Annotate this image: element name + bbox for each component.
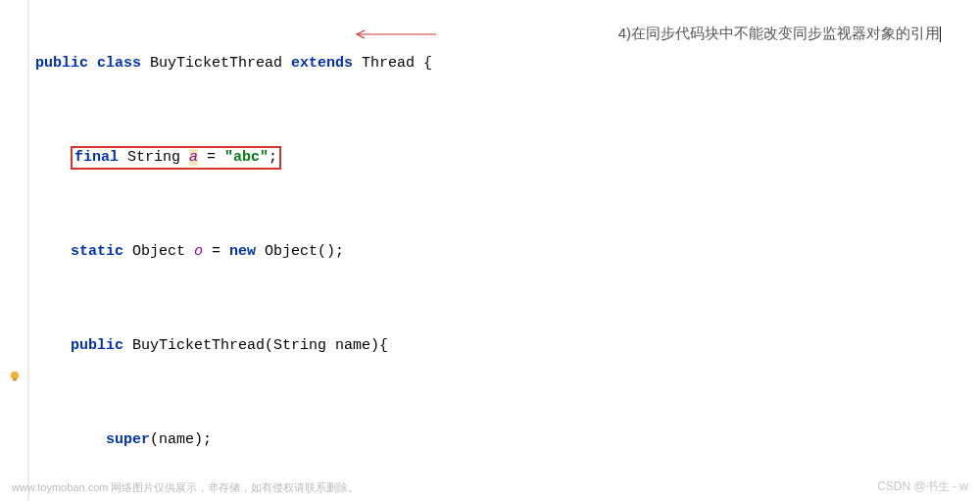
caret — [940, 26, 941, 42]
keyword: extends — [291, 55, 353, 72]
class-name: BuyTicketThread — [141, 55, 291, 72]
text: ; — [269, 149, 277, 166]
keyword: final — [74, 149, 119, 166]
watermark-source: www.toymoban.com 网络图片仅供展示，非存储，如有侵权请联系删除。 — [12, 480, 359, 495]
text: Thread { — [353, 55, 432, 72]
svg-rect-1 — [13, 379, 17, 381]
highlighted-box: final String a = "abc"; — [71, 146, 281, 170]
lightbulb-icon[interactable] — [8, 369, 22, 382]
text: (name); — [150, 431, 212, 448]
variable: a — [189, 149, 198, 166]
string: "abc" — [224, 149, 269, 166]
svg-point-0 — [11, 372, 20, 380]
keyword: static — [71, 243, 123, 260]
text: = — [203, 243, 229, 260]
keyword: public — [71, 337, 123, 354]
annotation-text: 4)在同步代码块中不能改变同步监视器对象的引用 — [618, 25, 941, 43]
text: BuyTicketThread(String name){ — [123, 337, 388, 354]
text: Object(); — [256, 243, 344, 260]
keyword: super — [106, 431, 150, 448]
arrow-icon — [353, 33, 436, 35]
text: String — [119, 149, 189, 166]
variable: o — [194, 243, 203, 260]
keyword: new — [229, 243, 256, 260]
text: = — [198, 149, 224, 166]
code-editor[interactable]: public class BuyTicketThread extends Thr… — [29, 0, 980, 501]
editor-gutter — [0, 0, 29, 501]
text: Object — [123, 243, 194, 260]
watermark-author: CSDN @书生 - w — [877, 478, 968, 495]
keyword: public class — [35, 55, 141, 72]
